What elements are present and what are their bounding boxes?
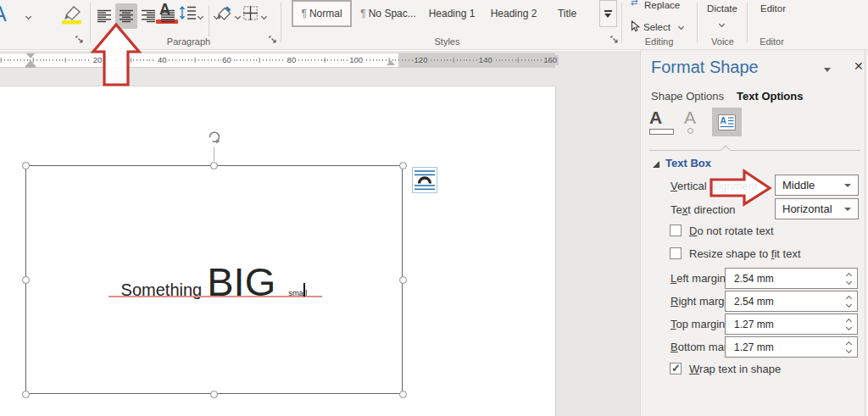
ruler-number: 60 — [220, 55, 233, 65]
resize-to-fit-checkbox[interactable] — [670, 247, 682, 259]
tab-shape-options[interactable]: Shape Options — [651, 90, 724, 103]
right-margin-label: Right margin — [670, 295, 733, 308]
document-area: 20406080100120140160 Something BIG small — [0, 51, 640, 416]
wrap-text-label[interactable]: Wrap text in shape — [689, 363, 781, 375]
panel-menu-caret-icon[interactable] — [824, 68, 831, 72]
left-margin-field[interactable]: 2.54 mm — [725, 268, 858, 289]
line-spacing-icon[interactable] — [179, 5, 197, 24]
wordart-dropdown-chevron[interactable] — [25, 14, 31, 19]
shading-chevron[interactable] — [235, 14, 241, 19]
dictate-chevron[interactable] — [719, 21, 725, 27]
do-not-rotate-checkbox[interactable] — [670, 225, 682, 236]
section-collapse-icon[interactable] — [653, 161, 659, 168]
horizontal-ruler[interactable]: 20406080100120140160 — [0, 53, 555, 68]
font-dialog-launcher[interactable] — [75, 35, 84, 44]
selection-handle[interactable] — [210, 162, 218, 169]
align-left-button[interactable] — [95, 5, 114, 27]
shading-icon[interactable] — [215, 5, 234, 25]
text-direction-dropdown[interactable]: Horizontal — [775, 198, 859, 219]
layout-options-icon — [415, 169, 435, 191]
borders-chevron[interactable] — [261, 14, 267, 19]
selection-handle[interactable] — [399, 391, 407, 398]
text-highlight-color-icon[interactable] — [59, 4, 83, 28]
tab-text-options[interactable]: Text Options — [737, 90, 803, 103]
ribbon: A A — [0, 0, 868, 50]
select-cursor-icon — [631, 20, 640, 36]
document-page[interactable]: Something BIG small — [0, 86, 555, 416]
align-center-button[interactable] — [115, 3, 137, 29]
select-button[interactable]: Select — [643, 22, 670, 32]
format-shape-panel: Format Shape ✕ Shape Options Text Option… — [640, 50, 868, 416]
ruler-number: 40 — [156, 55, 169, 65]
dropdown-caret-icon — [844, 208, 851, 211]
wordart-styles-icon[interactable]: A — [0, 2, 7, 26]
wrap-text-checkbox[interactable] — [670, 363, 682, 374]
red-underline — [108, 296, 322, 297]
bottom-margin-field[interactable]: 1.27 mm — [725, 336, 858, 358]
layout-options-button[interactable] — [412, 167, 437, 193]
borders-icon[interactable] — [243, 6, 258, 24]
spin-up-icon[interactable] — [846, 272, 852, 278]
spin-up-icon[interactable] — [846, 318, 852, 324]
left-indent-marker[interactable] — [25, 65, 36, 68]
ruler-number: 80 — [286, 55, 298, 65]
top-margin-label: Top margin — [670, 318, 725, 330]
styles-group-label: Styles — [394, 36, 500, 47]
text-fill-outline-icon[interactable]: A — [649, 109, 674, 135]
ruler-number: 120 — [413, 55, 430, 65]
section-title[interactable]: Text Box — [665, 157, 711, 169]
styles-gallery-more-button[interactable] — [599, 0, 617, 27]
select-chevron[interactable] — [678, 24, 684, 30]
do-not-rotate-label[interactable]: Do not rotate text — [689, 225, 774, 237]
text-direction-label: Text direction — [670, 203, 736, 216]
selection-handle[interactable] — [22, 276, 30, 284]
paragraph-dialog-launcher[interactable] — [268, 35, 277, 44]
text-effects-icon[interactable]: A — [684, 109, 696, 134]
dictate-button[interactable]: Dictate — [704, 3, 741, 14]
style-item-normal[interactable]: ¶ Normal — [292, 0, 352, 27]
panel-close-icon[interactable]: ✕ — [854, 59, 864, 73]
spin-down-icon[interactable] — [846, 302, 852, 308]
align-right-button[interactable] — [139, 5, 158, 27]
dropdown-caret-icon — [844, 184, 851, 187]
right-indent-marker[interactable] — [387, 60, 395, 65]
text-large: BIG — [207, 258, 275, 305]
ruler-number: 140 — [477, 55, 494, 65]
spin-down-icon[interactable] — [846, 348, 852, 354]
top-margin-field[interactable]: 1.27 mm — [725, 313, 858, 335]
selection-handle[interactable] — [399, 162, 407, 169]
spin-down-icon[interactable] — [846, 280, 852, 286]
ruler-number: 160 — [542, 55, 559, 65]
svg-text:A: A — [721, 116, 726, 125]
vertical-alignment-label: Vertical alignment — [670, 180, 758, 192]
justify-button[interactable] — [159, 5, 177, 27]
right-margin-field[interactable]: 2.54 mm — [725, 291, 858, 312]
paragraph-group-label: Paragraph — [136, 36, 242, 47]
vertical-alignment-dropdown[interactable]: Middle — [775, 175, 859, 196]
spin-up-icon[interactable] — [846, 295, 852, 301]
selection-handle[interactable] — [22, 391, 30, 398]
selection-handle[interactable] — [399, 276, 407, 284]
layout-properties-icon[interactable]: A — [712, 108, 742, 136]
style-item-no-spacing[interactable]: ¶ No Spac... — [355, 0, 421, 27]
rotation-handle-stem — [214, 147, 214, 161]
panel-title: Format Shape — [651, 58, 759, 77]
text-box-content[interactable]: Something BIG small — [25, 258, 403, 305]
line-spacing-chevron[interactable] — [198, 14, 203, 19]
text-cursor — [303, 283, 305, 297]
style-item-heading2[interactable]: Heading 2 — [485, 0, 542, 27]
style-item-heading1[interactable]: Heading 1 — [423, 0, 481, 27]
rotate-handle-icon[interactable] — [206, 129, 222, 148]
resize-to-fit-label[interactable]: Resize shape to fit text — [689, 247, 801, 260]
spin-up-icon[interactable] — [846, 341, 852, 347]
editor-button[interactable]: Editor — [754, 3, 792, 14]
replace-button[interactable]: Replace — [644, 0, 680, 10]
selection-handle[interactable] — [22, 162, 30, 169]
first-line-indent-marker[interactable] — [26, 53, 35, 58]
selection-handle[interactable] — [210, 391, 218, 398]
spin-down-icon[interactable] — [846, 325, 852, 331]
replace-icon: ⇄ — [631, 0, 637, 7]
left-margin-label: Left margin — [670, 272, 726, 285]
style-item-title[interactable]: Title — [547, 0, 587, 27]
ruler-number: 20 — [92, 55, 104, 65]
